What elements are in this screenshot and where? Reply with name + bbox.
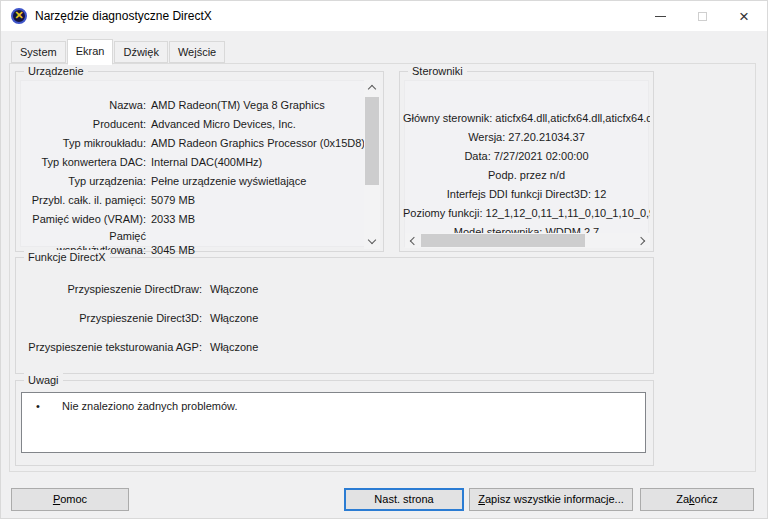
scrollbar-thumb[interactable] [365,97,379,185]
titlebar: ✕ Narzędzie diagnostyczne DirectX × [1,1,768,31]
feature-row: Przyspieszenie DirectDraw: Włączone [20,280,640,299]
minimize-button[interactable] [639,1,681,31]
feature-row: Przyspieszenie teksturowania AGP: Włączo… [20,338,640,357]
driver-info-line: Główny sterownik: aticfx64.dll,aticfx64.… [403,109,650,128]
directx-app-icon: ✕ [11,8,27,24]
feature-row-label: Przyspieszenie DirectDraw: [20,280,202,299]
device-row-value: 2033 MB [151,210,364,229]
next-page-button[interactable]: Nast. strona [344,488,464,511]
feature-row-value: Włączone [210,280,640,299]
device-row-label: Typ urządzenia: [20,172,146,191]
exit-button[interactable]: Zakończ [640,488,754,511]
device-row-value: Internal DAC(400MHz) [151,153,364,172]
dxdiag-window: ✕ Narzędzie diagnostyczne DirectX × Syst… [0,0,768,519]
features-rows: Przyspieszenie DirectDraw: Włączone Przy… [20,280,640,367]
device-row-value: AMD Radeon(TM) Vega 8 Graphics [151,96,364,115]
feature-row-label: Przyspieszenie Direct3D: [20,309,202,328]
features-groupbox-title: Funkcje DirectX [24,250,110,264]
drivers-groupbox: Sterowniki Główny sterownik: aticfx64.dl… [399,71,654,252]
device-row-label: Typ mikroukładu: [20,134,146,153]
features-groupbox: Funkcje DirectX Przyspieszenie DirectDra… [15,257,654,374]
device-row-label: Producent: [20,115,146,134]
scroll-right-button[interactable] [635,233,650,248]
driver-info-line: Poziomy funkcji: 12_1,12_0,11_1,11_0,10_… [403,204,650,223]
device-groupbox: Urządzenie Nazwa: AMD Radeon(TM) Vega 8 … [15,71,384,252]
tab-wejscie[interactable]: Wejście [169,41,225,63]
tab-system[interactable]: System [11,41,66,63]
device-row-value: Advanced Micro Devices, Inc. [151,115,364,134]
window-controls: × [639,1,765,31]
scrollbar-thumb[interactable] [421,234,585,247]
notes-groupbox: Uwagi • Nie znaleziono żadnych problemów… [15,380,654,466]
chevron-left-icon [410,236,418,244]
driver-info-line: Wersja: 27.20.21034.37 [403,128,650,147]
device-row: Typ urządzenia: Pełne urządzenie wyświet… [20,172,364,191]
device-row-value: 5079 MB [151,191,364,210]
feature-row: Przyspieszenie Direct3D: Włączone [20,309,640,328]
driver-info-line: Interfejs DDI funkcji Direct3D: 12 [403,185,650,204]
bullet-icon: • [36,398,62,414]
chevron-right-icon [637,236,645,244]
drivers-groupbox-title: Sterowniki [408,64,467,78]
save-all-information-button[interactable]: Zapisz wszystkie informacje... [469,488,633,511]
scroll-down-button[interactable] [364,234,380,249]
device-row-value: AMD Radeon Graphics Processor (0x15D8) [151,134,365,153]
device-row: Nazwa: AMD Radeon(TM) Vega 8 Graphics [20,96,364,115]
device-rows: Nazwa: AMD Radeon(TM) Vega 8 Graphics Pr… [20,96,364,257]
window-title: Narzędzie diagnostyczne DirectX [35,9,212,23]
directx-x-glyph: ✕ [14,10,23,21]
notes-groupbox-title: Uwagi [24,373,63,387]
device-row: Producent: Advanced Micro Devices, Inc. [20,115,364,134]
help-button[interactable]: Pomoc [11,488,129,511]
device-row: Typ konwertera DAC: Internal DAC(400MHz) [20,153,364,172]
device-row: Typ mikroukładu: AMD Radeon Graphics Pro… [20,134,364,153]
tab-ekran[interactable]: Ekran [67,39,114,65]
device-row-label: Przybl. całk. il. pamięci: [20,191,146,210]
note-item: • Nie znaleziono żadnych problemów. [36,398,238,414]
chevron-down-icon [368,236,376,244]
device-row-label: Typ konwertera DAC: [20,153,146,172]
close-icon: × [739,8,749,25]
feature-row-value: Włączone [210,309,640,328]
device-vertical-scrollbar[interactable] [364,80,380,249]
driver-info-line: Data: 7/27/2021 02:00:00 [403,147,650,166]
note-text: Nie znaleziono żadnych problemów. [62,398,238,414]
scroll-up-button[interactable] [364,80,380,95]
driver-info-line: Podp. przez n/d [403,166,650,185]
close-button[interactable]: × [723,1,765,31]
device-row: Przybl. całk. il. pamięci: 5079 MB [20,191,364,210]
feature-row-value: Włączone [210,338,640,357]
minimize-icon [655,16,666,17]
notes-box: • Nie znaleziono żadnych problemów. [21,392,646,453]
feature-row-label: Przyspieszenie teksturowania AGP: [20,338,202,357]
device-row-value: Pełne urządzenie wyświetlające [151,172,364,191]
tab-strip: System Ekran Dźwięk Wejście [11,41,226,64]
chevron-up-icon [368,85,376,93]
scroll-left-button[interactable] [405,233,420,248]
device-groupbox-title: Urządzenie [24,64,88,78]
maximize-icon [698,12,707,21]
maximize-button[interactable] [681,1,723,31]
tab-dzwiek[interactable]: Dźwięk [114,41,167,63]
drivers-lines: Główny sterownik: aticfx64.dll,aticfx64.… [403,109,650,242]
device-row: Pamięć wideo (VRAM): 2033 MB [20,210,364,229]
drivers-horizontal-scrollbar[interactable] [405,233,650,248]
device-row-label: Pamięć wideo (VRAM): [20,210,146,229]
device-row-label: Nazwa: [20,96,146,115]
device-row-value: 3045 MB [151,243,364,257]
